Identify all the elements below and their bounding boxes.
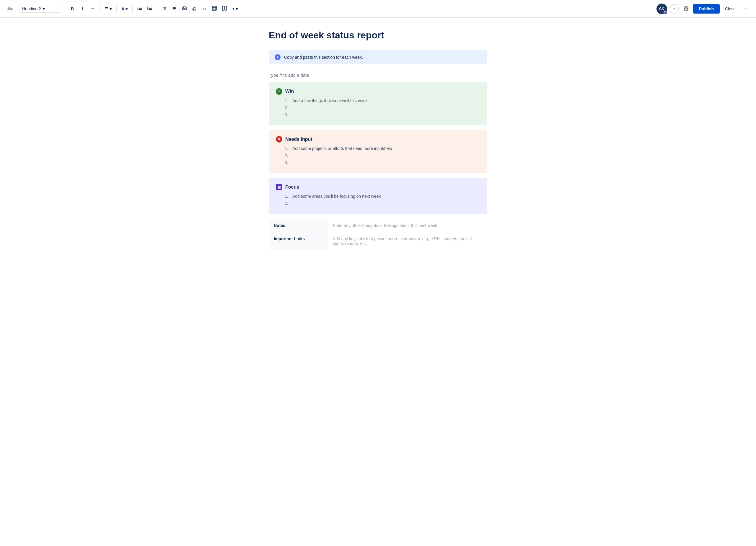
svg-point-0 — [138, 7, 139, 8]
chevron-down-icon: ▾ — [43, 6, 45, 11]
page-title[interactable]: End of week status report — [269, 30, 487, 41]
text-color-icon: A — [121, 6, 124, 11]
link-icon — [172, 6, 177, 12]
needs-input-icon: ✕ — [276, 136, 282, 143]
layout-icon — [222, 6, 227, 12]
align-chevron-icon: ▾ — [110, 6, 112, 11]
plus-icon: + — [232, 6, 234, 11]
insert-chevron-icon: ▾ — [236, 6, 238, 11]
win-panel-header: ✓ Win — [276, 88, 480, 95]
svg-text:3.: 3. — [147, 8, 149, 10]
align-button[interactable]: ☰ ▾ — [102, 4, 114, 14]
date-prompt[interactable]: Type // to add a date — [269, 73, 487, 78]
svg-rect-7 — [149, 7, 152, 7]
win-panel: ✓ Win 1. Add a few things that went well… — [269, 82, 487, 126]
text-color-button[interactable]: A ▾ — [119, 4, 130, 14]
italic-button[interactable]: I — [78, 4, 87, 14]
mention-button[interactable]: @ — [190, 4, 199, 14]
save-button[interactable] — [681, 4, 691, 14]
more-options-button[interactable]: ··· — [741, 4, 750, 13]
focus-icon: ▣ — [276, 184, 282, 190]
bullet-list-button[interactable] — [135, 4, 144, 14]
heading-selector-label: Heading 2 — [22, 6, 41, 11]
heading-selector[interactable]: Heading 2 ▾ — [19, 5, 60, 13]
main-wrapper: End of week status report i Copy and pas… — [0, 18, 756, 546]
win-panel-title: Win — [285, 89, 294, 94]
svg-rect-9 — [149, 8, 152, 9]
notes-table: Notes Enter any other thoughts or feelin… — [269, 219, 487, 250]
win-item-1[interactable]: Add a few things that went well this wee… — [292, 98, 367, 103]
focus-item-1[interactable]: Add some areas you'll be focusing on nex… — [292, 194, 381, 199]
insert-group: ☑ @ ☺ + ▾ — [159, 4, 240, 14]
notes-label: Notes — [269, 219, 328, 232]
avatar-badge: C — [664, 11, 668, 15]
toolbar-divider-4 — [132, 5, 133, 12]
toolbar-right: CK C + Publish Close ··· — [656, 4, 750, 14]
svg-rect-19 — [222, 6, 224, 10]
table-row: Notes Enter any other thoughts or feelin… — [269, 219, 487, 232]
ordered-list-icon: 1.2.3. — [147, 6, 152, 12]
focus-panel-title: Focus — [285, 185, 299, 190]
important-links-label: Important Links — [269, 232, 328, 250]
text-color-group: A ▾ — [119, 4, 130, 14]
svg-point-4 — [138, 9, 139, 10]
focus-panel-list: 1. Add some areas you'll be focusing on … — [276, 194, 480, 206]
toolbar-divider-5 — [157, 5, 157, 12]
focus-panel: ▣ Focus 1. Add some areas you'll be focu… — [269, 178, 487, 214]
svg-point-2 — [138, 8, 139, 9]
svg-rect-20 — [225, 6, 227, 10]
close-button[interactable]: Close — [722, 4, 739, 14]
content-area: End of week status report i Copy and pas… — [251, 18, 505, 274]
info-banner-text: Copy and paste this section for each wee… — [284, 55, 363, 60]
layout-button[interactable] — [220, 4, 229, 14]
avatar-group: CK C — [656, 4, 667, 14]
user-avatar: CK C — [656, 4, 667, 14]
image-button[interactable] — [180, 4, 189, 14]
needs-input-panel-header: ✕ Needs input — [276, 136, 480, 143]
more-icon: ··· — [743, 6, 748, 12]
insert-more-button[interactable]: + ▾ — [230, 4, 240, 14]
info-icon: i — [275, 54, 281, 60]
emoji-button[interactable]: ☺ — [200, 4, 209, 14]
list-item: 2. — [285, 201, 480, 206]
svg-rect-22 — [685, 6, 687, 8]
list-item: 1. Add some areas you'll be focusing on … — [285, 194, 480, 199]
mention-icon: @ — [192, 6, 197, 11]
format-group: B I ··· — [68, 4, 97, 14]
bullet-list-icon — [137, 6, 142, 12]
info-banner: i Copy and paste this section for each w… — [269, 50, 487, 64]
list-item: 3. — [285, 113, 480, 117]
svg-rect-1 — [139, 7, 142, 7]
save-icon — [683, 6, 689, 12]
bold-button[interactable]: B — [68, 4, 77, 14]
svg-rect-5 — [139, 9, 142, 10]
task-button[interactable]: ☑ — [159, 4, 169, 14]
app-logo — [6, 4, 14, 14]
svg-rect-3 — [139, 8, 142, 9]
align-group: ☰ ▾ — [102, 4, 114, 14]
emoji-icon: ☺ — [202, 6, 206, 11]
more-format-button[interactable]: ··· — [88, 4, 97, 14]
svg-rect-14 — [212, 6, 216, 10]
publish-button[interactable]: Publish — [693, 4, 720, 14]
link-button[interactable] — [170, 4, 179, 14]
needs-input-panel-list: 1. Add some projects or efforts that nee… — [276, 146, 480, 165]
needs-input-panel: ✕ Needs input 1. Add some projects or ef… — [269, 130, 487, 173]
add-collaborator-button[interactable]: + — [669, 4, 679, 14]
toolbar-divider-1 — [65, 5, 65, 12]
list-group: 1.2.3. — [135, 4, 154, 14]
task-icon: ☑ — [162, 6, 166, 11]
ordered-list-button[interactable]: 1.2.3. — [145, 4, 154, 14]
needs-input-item-1[interactable]: Add some projects or efforts that need m… — [292, 146, 392, 151]
notes-value[interactable]: Enter any other thoughts or feelings abo… — [328, 219, 487, 232]
image-icon — [182, 6, 187, 12]
table-icon — [212, 6, 217, 12]
toolbar-divider-3 — [116, 5, 117, 12]
table-button[interactable] — [210, 4, 219, 14]
win-panel-list: 1. Add a few things that went well this … — [276, 98, 480, 117]
needs-input-panel-title: Needs input — [285, 137, 312, 142]
focus-panel-header: ▣ Focus — [276, 184, 480, 190]
list-item: 2. — [285, 153, 480, 158]
list-item: 1. Add a few things that went well this … — [285, 98, 480, 103]
important-links-value[interactable]: Add any key links that provide more info… — [328, 232, 487, 250]
